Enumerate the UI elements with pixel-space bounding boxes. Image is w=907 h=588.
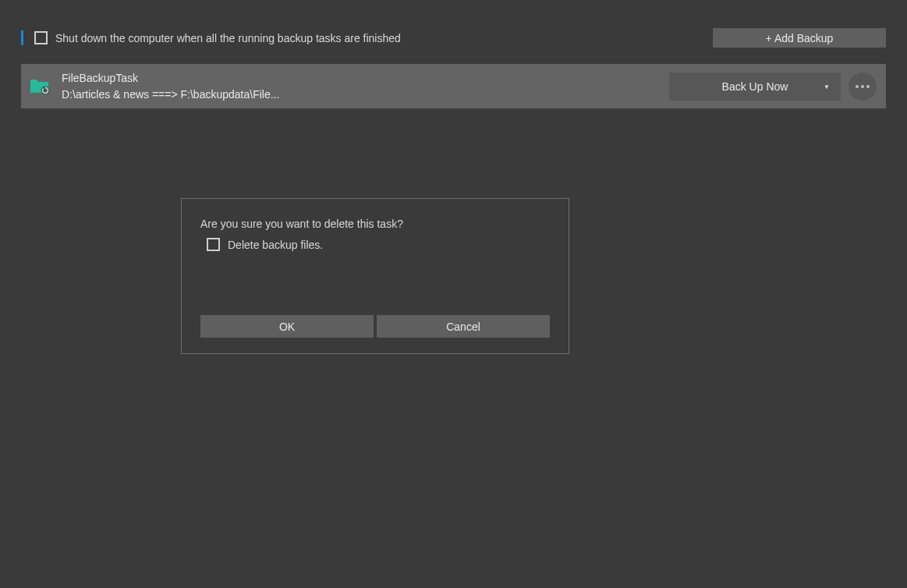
top-bar: Shut down the computer when all the runn…: [0, 0, 907, 48]
task-text: FileBackupTask D:\articles & news ===> F…: [62, 70, 669, 102]
shutdown-checkbox-row[interactable]: Shut down the computer when all the runn…: [34, 31, 401, 44]
confirm-delete-dialog: Are you sure you want to delete this tas…: [181, 198, 569, 354]
shutdown-checkbox-label: Shut down the computer when all the runn…: [55, 32, 401, 44]
dots-icon: [856, 85, 859, 88]
folder-backup-icon: [29, 76, 51, 97]
backup-now-label: Back Up Now: [669, 80, 841, 93]
ok-button[interactable]: OK: [200, 315, 374, 338]
task-name: FileBackupTask: [62, 70, 669, 86]
dialog-footer: OK Cancel: [200, 315, 550, 338]
add-backup-button[interactable]: + Add Backup: [713, 28, 886, 48]
dots-icon: [861, 85, 864, 88]
accent-indicator: [21, 30, 23, 45]
backup-task-row[interactable]: FileBackupTask D:\articles & news ===> F…: [21, 64, 886, 108]
shutdown-checkbox[interactable]: [34, 31, 48, 44]
top-bar-left: Shut down the computer when all the runn…: [21, 30, 401, 45]
delete-files-label: Delete backup files.: [228, 239, 323, 251]
delete-files-checkbox[interactable]: [207, 238, 220, 251]
dialog-message: Are you sure you want to delete this tas…: [200, 218, 550, 230]
dots-icon: [866, 85, 870, 88]
task-path: D:\articles & news ===> F:\backupdata\Fi…: [62, 87, 669, 102]
backup-now-button[interactable]: Back Up Now ▼: [669, 73, 841, 101]
delete-files-checkbox-row[interactable]: Delete backup files.: [207, 238, 550, 251]
more-options-button[interactable]: [849, 73, 877, 101]
chevron-down-icon: ▼: [824, 83, 830, 90]
cancel-button[interactable]: Cancel: [377, 315, 550, 338]
